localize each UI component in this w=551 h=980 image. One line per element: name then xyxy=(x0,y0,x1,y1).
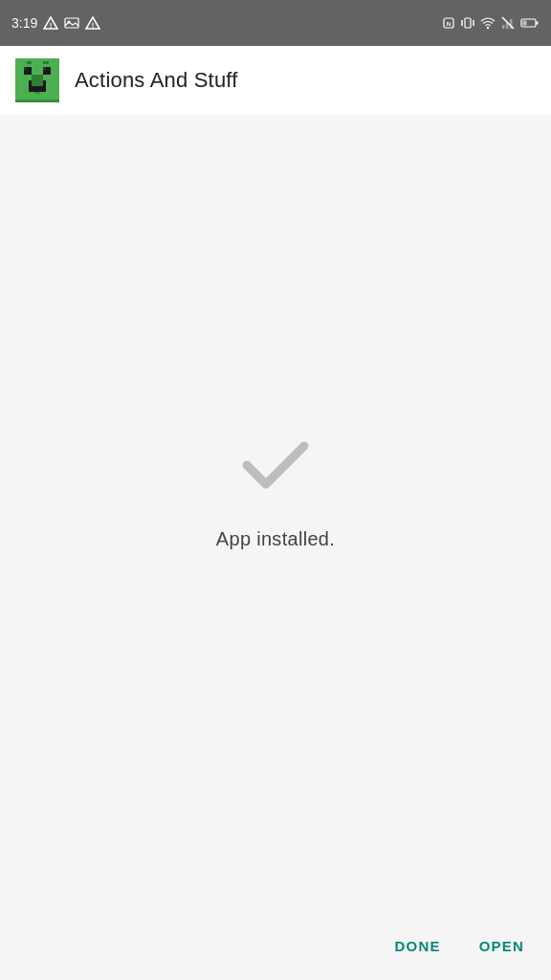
svg-rect-18 xyxy=(523,21,527,26)
warning-icon-2: ! xyxy=(85,16,100,30)
status-time: 3:19 xyxy=(11,15,37,31)
svg-rect-26 xyxy=(32,75,43,80)
status-bar-left: 3:19 ! ! xyxy=(11,15,100,31)
svg-text:!: ! xyxy=(92,21,95,30)
svg-rect-31 xyxy=(34,92,40,95)
done-button[interactable]: DONE xyxy=(391,930,445,962)
checkmark-icon xyxy=(232,419,319,505)
installed-text: App installed. xyxy=(216,528,335,550)
wifi-icon xyxy=(480,16,496,30)
main-content: App installed. xyxy=(0,115,551,911)
app-icon xyxy=(15,58,59,102)
svg-rect-29 xyxy=(29,86,45,92)
svg-rect-8 xyxy=(465,18,471,28)
svg-rect-12 xyxy=(502,25,505,29)
svg-rect-20 xyxy=(27,61,33,64)
svg-text:!: ! xyxy=(50,21,53,30)
app-bar: Actions And Stuff xyxy=(0,46,551,115)
status-bar-right: N xyxy=(442,16,540,30)
status-bar: 3:19 ! ! N xyxy=(0,0,551,46)
bottom-bar: DONE OPEN xyxy=(0,911,551,980)
battery-icon xyxy=(520,16,540,30)
svg-rect-30 xyxy=(32,80,43,86)
svg-point-11 xyxy=(487,27,489,29)
app-title: Actions And Stuff xyxy=(75,68,238,93)
signal-off-icon xyxy=(501,16,515,30)
svg-text:N: N xyxy=(447,21,451,27)
svg-rect-25 xyxy=(43,67,46,70)
vibrate-icon xyxy=(461,16,474,30)
svg-rect-17 xyxy=(537,22,539,25)
image-icon xyxy=(64,16,79,30)
svg-rect-21 xyxy=(43,61,49,64)
warning-icon-1: ! xyxy=(43,16,58,30)
open-button[interactable]: OPEN xyxy=(475,930,528,962)
svg-rect-24 xyxy=(24,67,27,70)
svg-rect-32 xyxy=(15,100,59,102)
install-success-area: App installed. xyxy=(216,419,335,550)
svg-rect-2 xyxy=(65,18,78,28)
nfc-icon: N xyxy=(442,16,455,30)
